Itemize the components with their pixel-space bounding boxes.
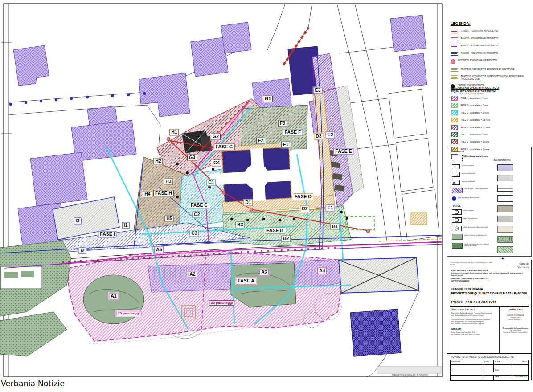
map-label-D2: D2: [300, 205, 309, 212]
map-label-B2: B2: [281, 235, 291, 242]
tree-icon: [452, 217, 462, 223]
phase-swatch: [451, 103, 458, 108]
grectd-icon: [452, 243, 463, 249]
map-label-B3: B3: [235, 221, 245, 228]
map-label-D1: D1: [243, 199, 253, 206]
legend-utility-item: TRATTO DI ACQUEDOTTO IN PROGETTO NUOVA F…: [451, 75, 532, 81]
pav-beige-swatch: [497, 226, 513, 233]
phase-swatch: [451, 125, 458, 130]
bar-icon: [451, 75, 458, 79]
phase-label: FASE F - durata fase = 2 mesi: [461, 134, 488, 136]
legend-utility-item: RAMO C - FOGNATURA IN PROGETTO: [451, 44, 532, 48]
phase-swatch: [451, 110, 458, 115]
legend-phase-item: FASE C - durata fase = 1 mese: [451, 110, 532, 115]
legend-general-item: alberi esistenti: [452, 209, 491, 215]
bar-icon: [451, 52, 458, 56]
legend-utility-item: TRATTO DI ACQUEDOTTO ESISTENTE DA SOSTIT…: [451, 68, 532, 72]
source-caption: Verbania Notizie: [1, 379, 65, 388]
legend-general: LEGENDA ambito di progetto / intervento➜…: [447, 147, 532, 257]
pav-green-mesh-swatch: [497, 246, 513, 253]
legend-general-label: accesso carrabile: [462, 164, 474, 167]
phase-swatch: [451, 132, 458, 137]
hpur-icon: [452, 188, 463, 193]
legend-general-label: ingresso pedonale: [462, 180, 475, 182]
bdot-icon: [452, 196, 456, 201]
circ-icon: [451, 59, 455, 64]
title-block-line: Ing. Gianluca Caielli, Arch. Marco Di Pe…: [451, 334, 497, 336]
sheet-footnote: PLANIMETRIA GENERALE DI INTERVENTO: [377, 374, 443, 376]
pav-gray-swatch: [497, 175, 513, 181]
map-label-FASE-I: FASE I: [98, 231, 116, 237]
pav-gray-2-swatch: [497, 216, 513, 222]
legend-verde-title: VERDE: [453, 204, 491, 207]
bar-icon: [451, 68, 458, 72]
file-reference: C:\Users\Spano\Desktop\CARTELLO-Loghi\PN…: [450, 262, 495, 269]
bar-icon: [451, 30, 458, 33]
bar-icon: [451, 37, 458, 41]
comune-logo: Città diVerbania: [508, 262, 529, 269]
legend-utility-item: RAMO A - FOGNATURA IN PROGETTO: [451, 29, 532, 33]
map-label-B1: B1: [330, 223, 340, 230]
map-label-F1: F1: [281, 141, 290, 148]
title-block: C:\Users\Spano\Desktop\CARTELLO-Loghi\PN…: [447, 260, 532, 380]
map-label-G2: G2: [211, 133, 221, 140]
map-label-A3: A3: [259, 269, 269, 275]
map-label-FASE-C: FASE C: [189, 202, 209, 208]
committente-title: COMMITTENTE: [501, 309, 530, 311]
map-label-A1: A1: [109, 293, 118, 299]
legend-general-label: ambito di progetto / intervento: [464, 155, 486, 157]
phase-swatch: [451, 96, 458, 101]
map-label-E3: E3: [313, 87, 323, 94]
arrow-icon: ⟶: [452, 172, 460, 177]
legend-utility-item: POZZETTO FOGNATURA IN PROGETTO: [451, 59, 532, 64]
legend-phases-title: LEGENDA FASI OPERE IN PROGETTO DIRIQUALI…: [451, 86, 532, 93]
legend-phase-item: FASE G - durata fase = 1 mese: [451, 139, 532, 144]
map-label-30-parcheggi: 30 parcheggi: [209, 300, 234, 306]
legend-general-item: alberi di progetto (abaco del verde): [452, 226, 491, 231]
pav-green-speckle-swatch: [497, 236, 513, 243]
map-label-C3: C3: [189, 230, 199, 237]
legend-utility-label: RAMO C - FOGNATURA IN PROGETTO: [461, 44, 498, 47]
map-label-E1: E1: [326, 204, 335, 211]
phase-swatch: [451, 118, 458, 122]
map-label-FASE-A: FASE A: [236, 278, 256, 284]
legend-general-label: palo di pubblica illuminazione: [458, 196, 479, 199]
legend-general-item: palo di pubblica illuminazione: [452, 196, 491, 201]
map-label-I2: I2: [79, 247, 86, 254]
grect-icon: [452, 234, 463, 240]
legend-phase-item: FASE F - durata fase = 2 mesi: [451, 132, 532, 137]
map-label-I1: I1: [122, 222, 130, 229]
map-label-F2: F2: [256, 137, 265, 144]
legend-utility-label: POZZETTO FOGNATURA IN PROGETTO: [458, 59, 497, 62]
map-label-H1: H1: [169, 129, 179, 135]
map-label-FASE-G: FASE G: [214, 143, 235, 150]
legend-general-item: ▶ingresso pedonale: [452, 180, 491, 185]
legend-general-item: ⟶percorso pedonale: [452, 172, 491, 177]
legend-general-label: alberi di progetto (abaco del verde): [463, 226, 488, 228]
comune-title: COMUNE DI VERBANIA: [451, 287, 528, 291]
legend-general-item: aiuole con piante perenni e arbusti (aba…: [452, 243, 491, 249]
legend-utility-label: RAMO D - FOGNATURA IN PROGETTO: [461, 52, 498, 55]
phase-label: FASE C - durata fase = 1 mese: [461, 112, 489, 114]
map-label-FASE-F: FASE F: [283, 129, 303, 135]
legend-general-item: aiuole esistenti riqualificate con essen…: [452, 234, 491, 240]
site-plan-sheet: H1G1E3F3FASE FF2F1D3E2G2FASE GFASE EH2G3…: [0, 0, 533, 392]
legend-utility-label: RAMO A - FOGNATURA IN PROGETTO: [461, 29, 498, 33]
phase-label: FASE A - durata fase = 4 mesi: [461, 97, 488, 99]
legend-phase-item: FASE D - durata fase = 1,5 mesi: [451, 118, 532, 122]
phase-label: FASE G - durata fase = 1 mese: [461, 141, 489, 143]
legend-phase-item: FASE A - durata fase = 4 mesi: [451, 96, 532, 101]
legend-utility-label: TRATTO DI ACQUEDOTTO ESISTENTE DA SOSTIT…: [461, 68, 514, 71]
bar-icon: [451, 45, 458, 48]
phase-label: FASE E - durata fase = 1,5 mesi: [461, 127, 490, 129]
pav-lavender-swatch: [497, 164, 513, 171]
designers-title: PROGETTO GENERALE: [451, 309, 497, 311]
legend-general-item: stalli di sosta - nuova disposizione: [452, 188, 491, 193]
legend-general-label: aiuole esistenti riqualificate con essen…: [464, 234, 491, 238]
pav-lined-1-swatch: [497, 185, 513, 192]
pav-lined-2-swatch: [497, 195, 513, 202]
legend-general-item: ➜accesso carrabile: [452, 164, 491, 169]
map-label-C1: C1: [206, 179, 216, 186]
map-label-G3: G3: [187, 154, 197, 161]
legend-pav-title: PAVIMENTAZIONI: [494, 159, 529, 162]
